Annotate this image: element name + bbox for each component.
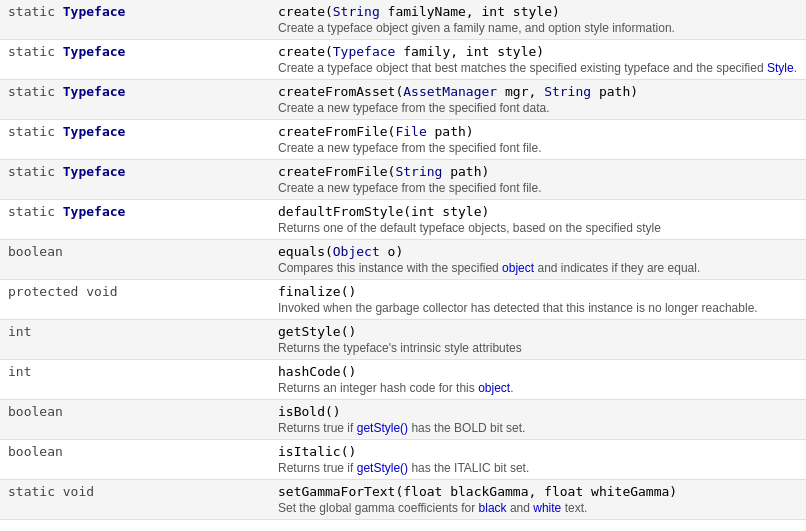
return-typeface: Typeface	[63, 164, 126, 179]
table-row: static voidsetGammaForText(float blackGa…	[0, 480, 806, 520]
method-description: Create a typeface object that best match…	[278, 61, 798, 75]
method-description: Set the global gamma coefficients for bl…	[278, 501, 798, 515]
return-type-cell: static Typeface	[0, 40, 270, 80]
table-row: static Typefacecreate(Typeface family, i…	[0, 40, 806, 80]
return-type-cell: static Typeface	[0, 0, 270, 40]
method-signature[interactable]: defaultFromStyle(int style)	[278, 204, 798, 219]
method-description: Compares this instance with the specifie…	[278, 261, 798, 275]
return-type-cell: static Typeface	[0, 160, 270, 200]
method-description: Invoked when the garbage collector has d…	[278, 301, 798, 315]
table-row: intgetStyle()Returns the typeface's intr…	[0, 320, 806, 360]
return-type-label: int	[8, 324, 31, 339]
method-signature[interactable]: hashCode()	[278, 364, 798, 379]
method-signature[interactable]: isItalic()	[278, 444, 798, 459]
return-type-cell: int	[0, 360, 270, 400]
table-row: static TypefacecreateFromAsset(AssetMana…	[0, 80, 806, 120]
method-cell: finalize()Invoked when the garbage colle…	[270, 280, 806, 320]
table-row: static TypefacecreateFromFile(File path)…	[0, 120, 806, 160]
table-row: booleanequals(Object o)Compares this ins…	[0, 240, 806, 280]
method-signature[interactable]: createFromAsset(AssetManager mgr, String…	[278, 84, 798, 99]
return-type-cell: boolean	[0, 440, 270, 480]
return-typeface: Typeface	[63, 44, 126, 59]
method-cell: isBold()Returns true if getStyle() has t…	[270, 400, 806, 440]
method-cell: createFromFile(File path)Create a new ty…	[270, 120, 806, 160]
return-type-label: boolean	[8, 444, 63, 459]
table-row: static TypefacedefaultFromStyle(int styl…	[0, 200, 806, 240]
return-type-label: protected void	[8, 284, 118, 299]
return-type-cell: protected void	[0, 280, 270, 320]
method-signature[interactable]: create(String familyName, int style)	[278, 4, 798, 19]
table-row: booleanisItalic()Returns true if getStyl…	[0, 440, 806, 480]
table-row: static Typefacecreate(String familyName,…	[0, 0, 806, 40]
return-type-cell: static void	[0, 480, 270, 520]
method-description: Returns true if getStyle() has the BOLD …	[278, 421, 798, 435]
methods-table: static Typefacecreate(String familyName,…	[0, 0, 806, 520]
return-typeface: Typeface	[63, 84, 126, 99]
method-cell: createFromFile(String path)Create a new …	[270, 160, 806, 200]
method-cell: setGammaForText(float blackGamma, float …	[270, 480, 806, 520]
method-cell: createFromAsset(AssetManager mgr, String…	[270, 80, 806, 120]
method-description: Create a new typeface from the specified…	[278, 181, 798, 195]
method-cell: isItalic()Returns true if getStyle() has…	[270, 440, 806, 480]
method-signature[interactable]: equals(Object o)	[278, 244, 798, 259]
method-cell: defaultFromStyle(int style)Returns one o…	[270, 200, 806, 240]
return-type-cell: int	[0, 320, 270, 360]
method-description: Returns one of the default typeface obje…	[278, 221, 798, 235]
return-type-label: boolean	[8, 244, 63, 259]
return-typeface: Typeface	[63, 4, 126, 19]
method-description: Returns an integer hash code for this ob…	[278, 381, 798, 395]
method-description: Returns the typeface's intrinsic style a…	[278, 341, 798, 355]
method-cell: create(String familyName, int style)Crea…	[270, 0, 806, 40]
method-signature[interactable]: createFromFile(File path)	[278, 124, 798, 139]
method-description: Create a new typeface from the specified…	[278, 141, 798, 155]
method-signature[interactable]: isBold()	[278, 404, 798, 419]
method-signature[interactable]: createFromFile(String path)	[278, 164, 798, 179]
return-type-cell: static Typeface	[0, 200, 270, 240]
return-type-label: int	[8, 364, 31, 379]
table-row: protected voidfinalize()Invoked when the…	[0, 280, 806, 320]
method-cell: getStyle()Returns the typeface's intrins…	[270, 320, 806, 360]
return-typeface: Typeface	[63, 204, 126, 219]
method-description: Create a new typeface from the specified…	[278, 101, 798, 115]
method-description: Create a typeface object given a family …	[278, 21, 798, 35]
return-typeface: Typeface	[63, 124, 126, 139]
return-type-label: static void	[8, 484, 94, 499]
method-signature[interactable]: create(Typeface family, int style)	[278, 44, 798, 59]
table-row: inthashCode()Returns an integer hash cod…	[0, 360, 806, 400]
method-signature[interactable]: setGammaForText(float blackGamma, float …	[278, 484, 798, 499]
method-signature[interactable]: getStyle()	[278, 324, 798, 339]
return-type-cell: static Typeface	[0, 80, 270, 120]
return-type-cell: boolean	[0, 400, 270, 440]
method-cell: hashCode()Returns an integer hash code f…	[270, 360, 806, 400]
method-description: Returns true if getStyle() has the ITALI…	[278, 461, 798, 475]
method-cell: create(Typeface family, int style)Create…	[270, 40, 806, 80]
return-type-cell: static Typeface	[0, 120, 270, 160]
table-row: booleanisBold()Returns true if getStyle(…	[0, 400, 806, 440]
method-cell: equals(Object o)Compares this instance w…	[270, 240, 806, 280]
method-signature[interactable]: finalize()	[278, 284, 798, 299]
return-type-label: boolean	[8, 404, 63, 419]
table-row: static TypefacecreateFromFile(String pat…	[0, 160, 806, 200]
return-type-cell: boolean	[0, 240, 270, 280]
